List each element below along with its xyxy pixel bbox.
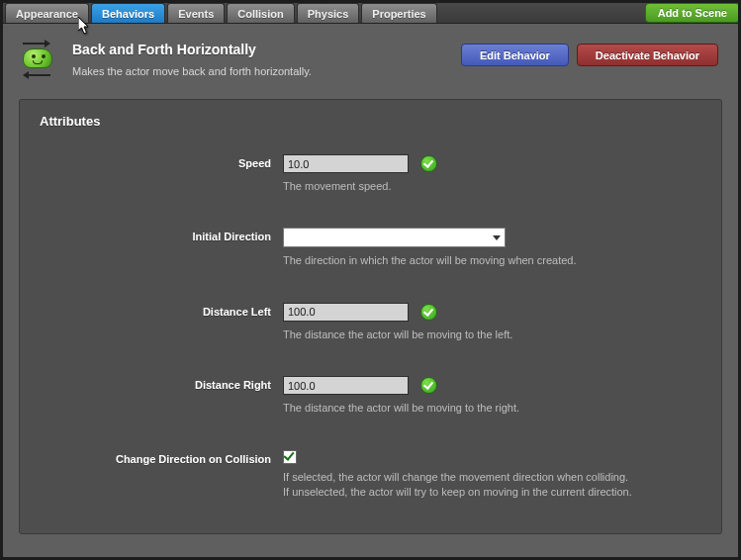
row-speed: Speed The movement speed.	[40, 154, 701, 194]
behavior-icon	[19, 42, 58, 77]
behavior-header: Back and Forth Horizontally Makes the ac…	[3, 24, 738, 99]
change-direction-checkbox[interactable]	[283, 450, 297, 464]
label-change-direction: Change Direction on Collision	[40, 450, 283, 501]
attributes-panel: Attributes Speed The movement speed. Ini…	[19, 99, 722, 534]
tab-behaviors[interactable]: Behaviors	[91, 3, 165, 23]
behavior-title: Back and Forth Horizontally	[72, 42, 461, 57]
row-change-direction: Change Direction on Collision If selecte…	[40, 450, 701, 501]
behavior-subtitle: Makes the actor move back and forth hori…	[72, 65, 461, 77]
valid-icon	[420, 304, 437, 321]
tab-properties[interactable]: Properties	[361, 3, 436, 23]
desc-change-direction: If selected, the actor will change the m…	[283, 470, 701, 501]
label-speed: Speed	[40, 154, 283, 194]
tab-physics[interactable]: Physics	[297, 3, 360, 23]
deactivate-behavior-button[interactable]: Deactivate Behavior	[577, 44, 718, 66]
tab-events[interactable]: Events	[167, 3, 225, 23]
initial-direction-select[interactable]	[283, 228, 506, 247]
valid-icon	[420, 155, 437, 172]
panel-title: Attributes	[40, 114, 701, 129]
label-distance-left: Distance Left	[40, 303, 283, 342]
speed-input[interactable]	[283, 154, 409, 173]
desc-initial-direction: The direction in which the actor will be…	[283, 253, 701, 268]
valid-icon	[420, 377, 437, 394]
tab-collision[interactable]: Collision	[227, 3, 294, 23]
edit-behavior-button[interactable]: Edit Behavior	[461, 44, 569, 66]
label-initial-direction: Initial Direction	[40, 228, 283, 268]
add-to-scene-button[interactable]: Add to Scene	[645, 3, 740, 23]
distance-left-input[interactable]	[283, 303, 409, 322]
desc-distance-right: The distance the actor will be moving to…	[283, 401, 701, 416]
row-distance-right: Distance Right The distance the actor wi…	[40, 376, 701, 416]
distance-right-input[interactable]	[283, 376, 409, 395]
tab-appearance[interactable]: Appearance	[5, 3, 89, 23]
tab-bar: Appearance Behaviors Events Collision Ph…	[3, 3, 738, 24]
row-distance-left: Distance Left The distance the actor wil…	[40, 303, 701, 342]
desc-distance-left: The distance the actor will be moving to…	[283, 327, 701, 342]
desc-speed: The movement speed.	[283, 179, 701, 194]
label-distance-right: Distance Right	[40, 376, 283, 416]
row-initial-direction: Initial Direction The direction in which…	[40, 228, 701, 268]
